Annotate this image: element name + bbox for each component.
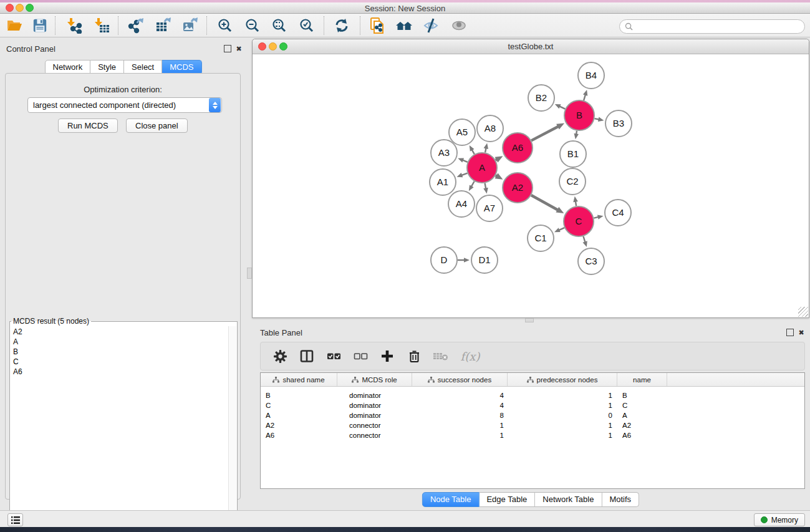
graph-node-B3[interactable]: B3	[605, 110, 632, 137]
graph-node-C4[interactable]: C4	[605, 200, 631, 226]
graph-edge-A-A7[interactable]	[485, 183, 486, 189]
column-header-predecessor-nodes[interactable]: predecessor nodes	[508, 373, 617, 386]
network-canvas[interactable]: B4B2BB3A5A8A6A3B1AA1A2C2A4A7C4CC1C3DD1	[253, 54, 808, 317]
open-session-button[interactable]	[5, 16, 24, 35]
graph-edge-A-A1[interactable]	[461, 173, 467, 175]
clone-network-button[interactable]	[368, 16, 387, 35]
zoom-fit-button[interactable]	[270, 16, 289, 35]
mcds-result-item[interactable]: A	[11, 337, 228, 347]
graph-node-A7[interactable]: A7	[476, 195, 503, 221]
graph-node-B1[interactable]: B1	[560, 141, 586, 167]
show-graphics-button[interactable]	[450, 16, 468, 35]
refresh-view-button[interactable]	[332, 16, 351, 35]
zoom-selected-button[interactable]	[297, 16, 316, 35]
memory-button[interactable]: Memory	[754, 513, 805, 526]
graph-node-A2[interactable]: A2	[503, 173, 533, 203]
table-row[interactable]: Bdominator41B	[261, 390, 804, 400]
mcds-list-scrollbar[interactable]	[228, 326, 236, 528]
column-header-shared-name[interactable]: shared name	[261, 373, 337, 386]
graph-node-C2[interactable]: C2	[559, 168, 586, 195]
select-all-columns-button[interactable]	[325, 348, 342, 364]
graph-edge-C-C2[interactable]	[576, 201, 576, 206]
mcds-result-item[interactable]: A6	[11, 367, 228, 377]
search-field[interactable]	[619, 19, 805, 34]
mcds-result-item[interactable]: A2	[11, 327, 228, 337]
column-header-name[interactable]: name	[617, 373, 667, 386]
graph-node-A6[interactable]: A6	[503, 133, 533, 163]
float-table-panel-icon[interactable]	[786, 329, 794, 336]
float-panel-icon[interactable]	[224, 45, 231, 52]
graph-node-B[interactable]: B	[564, 100, 594, 130]
table-row[interactable]: A2connector11A2	[261, 420, 804, 430]
mcds-result-list[interactable]: A2ABCA6	[11, 327, 228, 528]
graph-node-A1[interactable]: A1	[430, 169, 456, 195]
export-table-button[interactable]	[154, 16, 173, 35]
vertical-divider-grip[interactable]	[247, 268, 252, 279]
graph-edge-A-A3[interactable]	[463, 160, 468, 162]
import-table-button[interactable]	[93, 16, 112, 35]
table-panel-title: Table Panel	[260, 328, 302, 337]
home-views-button[interactable]	[395, 16, 413, 35]
column-header-mcds-role[interactable]: MCDS role	[337, 373, 412, 386]
close-panel-icon[interactable]: ✖	[235, 45, 243, 52]
graph-node-D[interactable]: D	[431, 247, 457, 273]
graph-edge-A6-B[interactable]	[531, 127, 558, 141]
tab-edge-table[interactable]: Edge Table	[479, 492, 535, 507]
svg-text:B2: B2	[536, 92, 547, 103]
unselect-all-columns-button[interactable]	[352, 348, 369, 364]
table-row[interactable]: Cdominator41C	[261, 400, 804, 410]
create-column-button[interactable]	[379, 348, 395, 364]
graph-node-A3[interactable]: A3	[431, 140, 457, 166]
close-table-panel-icon[interactable]: ✖	[798, 329, 805, 336]
fx-icon: f(x)	[461, 350, 480, 363]
zoom-in-button[interactable]	[216, 16, 234, 35]
graph-edge-B-B4[interactable]	[584, 95, 586, 100]
show-column-button[interactable]	[299, 348, 315, 364]
graph-node-A8[interactable]: A8	[477, 115, 503, 142]
graph-node-A4[interactable]: A4	[448, 191, 475, 217]
graph-edge-A-A8[interactable]	[485, 148, 486, 152]
graph-edge-C-C3[interactable]	[583, 236, 585, 243]
hide-graphics-button[interactable]	[422, 16, 440, 35]
table-row[interactable]: A6connector11A6	[261, 430, 804, 440]
graph-node-A[interactable]: A	[467, 153, 497, 183]
graph-edge-A2-C[interactable]	[531, 195, 558, 210]
gear-icon	[273, 349, 287, 364]
graph-node-B4[interactable]: B4	[578, 62, 604, 89]
search-input[interactable]	[633, 21, 804, 32]
checked-boxes-icon	[327, 349, 341, 363]
save-session-button[interactable]	[31, 16, 49, 35]
graph-edge-B-B2[interactable]	[559, 106, 565, 109]
graph-node-D1[interactable]: D1	[471, 247, 498, 273]
window-resize-grip[interactable]	[798, 307, 808, 317]
show-task-list-button[interactable]	[7, 513, 23, 526]
column-header-successor-nodes[interactable]: successor nodes	[412, 373, 508, 386]
mcds-result-item[interactable]: B	[11, 347, 228, 357]
optimization-criterion-select[interactable]: largest connected component (directed)	[27, 97, 222, 113]
zoom-out-button[interactable]	[243, 16, 262, 35]
tab-motifs[interactable]: Motifs	[602, 492, 639, 507]
delete-columns-button[interactable]	[406, 348, 422, 364]
mcds-result-item[interactable]: C	[11, 357, 228, 367]
tab-network-table[interactable]: Network Table	[535, 492, 602, 507]
refresh-icon	[334, 17, 350, 34]
table-row[interactable]: Adominator80A	[261, 410, 804, 420]
run-mcds-button[interactable]: Run MCDS	[58, 118, 118, 133]
tab-node-table[interactable]: Node Table	[422, 492, 480, 507]
graph-edge-C-C4[interactable]	[594, 217, 598, 218]
graph-node-C3[interactable]: C3	[578, 248, 604, 274]
graph-node-C1[interactable]: C1	[528, 225, 554, 251]
graph-edge-A-A4[interactable]	[471, 181, 475, 186]
close-panel-button[interactable]: Close panel	[126, 118, 188, 133]
export-image-button[interactable]	[181, 16, 200, 35]
graph-edge-C-C1[interactable]	[559, 228, 564, 230]
graph-edge-B-B3[interactable]	[594, 118, 599, 119]
network-window-titlebar[interactable]: testGlobe.txt	[253, 39, 809, 54]
graph-node-A5[interactable]: A5	[449, 119, 475, 145]
import-network-button[interactable]	[65, 16, 84, 35]
export-network-button[interactable]	[127, 16, 145, 35]
graph-node-B2[interactable]: B2	[528, 85, 554, 111]
graph-edge-A-A5[interactable]	[472, 150, 475, 154]
table-settings-button[interactable]	[272, 348, 288, 364]
graph-node-C[interactable]: C	[564, 206, 594, 236]
